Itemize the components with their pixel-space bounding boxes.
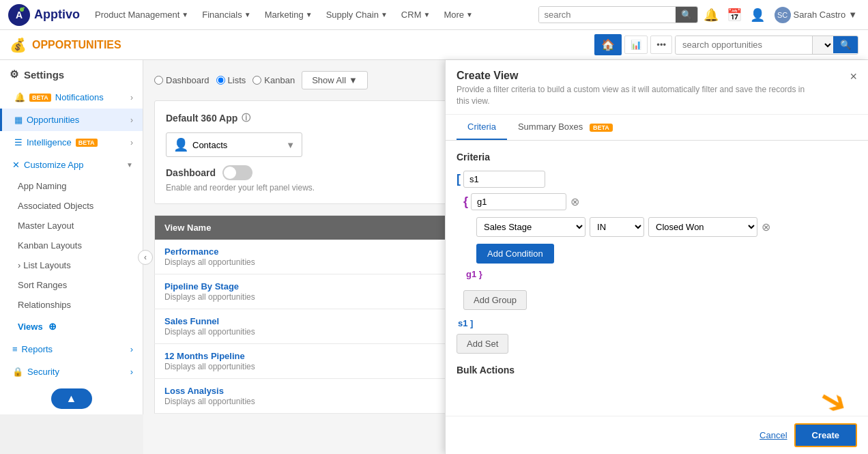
g1-input-row: ⊗ xyxy=(471,193,857,210)
panel-tabs: Criteria Summary Boxes BETA xyxy=(446,115,868,141)
nav-product-management[interactable]: Product Management ▼ xyxy=(89,7,194,23)
sidebar-subitem-views[interactable]: Views ⊕ xyxy=(0,315,143,338)
chevron-down-icon: ▼ xyxy=(381,11,388,18)
tab-summary-boxes[interactable]: Summary Boxes BETA xyxy=(507,115,624,140)
scroll-up-button[interactable]: ▲ xyxy=(51,388,92,409)
s1-open-bracket: [ xyxy=(457,172,461,186)
top-search-input[interactable] xyxy=(539,7,676,23)
sidebar-collapse-button[interactable]: ‹ xyxy=(138,250,153,265)
panel-body: Criteria [ { ⊗ xyxy=(446,141,868,416)
chart-nav-button[interactable]: 📊 xyxy=(624,36,648,54)
contacts-select[interactable]: 👤 Contacts ▼ xyxy=(166,132,302,157)
view-name-pipeline[interactable]: Pipeline By Stage xyxy=(164,281,239,292)
bell-icon: 🔔 xyxy=(14,92,25,102)
panel-close-button[interactable]: × xyxy=(850,70,857,84)
expand-icon: › xyxy=(18,260,20,270)
add-set-button[interactable]: Add Set xyxy=(457,334,508,354)
g1-group: { ⊗ Sales Stage IN xyxy=(463,193,857,264)
view-name-sales-funnel[interactable]: Sales Funnel xyxy=(164,316,219,326)
s1-content: { ⊗ Sales Stage IN xyxy=(463,171,857,315)
sidebar-subitem-sort-ranges[interactable]: Sort Ranges xyxy=(0,275,143,295)
chevron-down-icon: ▼ xyxy=(306,11,313,18)
top-search-button[interactable]: 🔍 xyxy=(676,7,697,23)
chevron-down-icon: ▼ xyxy=(466,11,473,18)
tab-criteria[interactable]: Criteria xyxy=(457,115,507,140)
g1-remove-button[interactable]: ⊗ xyxy=(570,195,579,208)
cancel-link[interactable]: Cancel xyxy=(760,430,787,440)
beta-badge: BETA xyxy=(29,94,51,102)
view-desc: Displays all opportunities xyxy=(164,292,255,302)
nav-financials[interactable]: Financials ▼ xyxy=(197,7,256,23)
nav-crm[interactable]: CRM ▼ xyxy=(396,7,436,23)
toggle-knob xyxy=(224,167,236,179)
notifications-label: Notifications xyxy=(55,92,104,102)
contacts-icon[interactable]: 👤 xyxy=(750,8,765,23)
view-desc: Displays all opportunities xyxy=(164,397,255,406)
opp-search-input[interactable] xyxy=(676,36,812,53)
opp-search-select[interactable] xyxy=(812,36,833,54)
view-desc: Displays all opportunities xyxy=(164,257,255,267)
view-name-12months[interactable]: 12 Months Pipeline xyxy=(164,351,245,361)
reports-icon: ≡ xyxy=(12,344,18,354)
nav-supply-chain[interactable]: Supply Chain ▼ xyxy=(321,7,393,23)
operator-select[interactable]: IN xyxy=(590,217,644,237)
opp-search-box: 🔍 xyxy=(675,36,858,55)
dashboard-label: Dashboard xyxy=(166,167,216,178)
dashboard-radio[interactable]: Dashboard xyxy=(154,75,209,85)
user-menu[interactable]: SC Sarah Castro ▼ xyxy=(770,4,861,26)
nav-marketing[interactable]: Marketing ▼ xyxy=(259,7,318,23)
sidebar-item-reports[interactable]: ≡ Reports › xyxy=(0,338,143,360)
condition-remove-button[interactable]: ⊗ xyxy=(762,221,770,233)
sidebar-item-opportunities[interactable]: ▦ Opportunities › xyxy=(0,109,143,131)
bell-icon[interactable]: 🔔 xyxy=(704,8,719,23)
list-icon: ☰ xyxy=(14,137,23,147)
show-all-button[interactable]: Show All ▼ xyxy=(302,71,368,89)
view-name-performance[interactable]: Performance xyxy=(164,246,218,257)
customize-icon: ✕ xyxy=(12,160,20,170)
field-select[interactable]: Sales Stage xyxy=(476,217,585,237)
sidebar-item-customize-app[interactable]: ✕ Customize App ▼ xyxy=(0,154,143,176)
nav-more[interactable]: More ▼ xyxy=(438,7,478,23)
value-select[interactable]: Closed Won xyxy=(648,217,757,237)
g1-input[interactable] xyxy=(471,193,566,210)
lists-radio[interactable]: Lists xyxy=(216,75,246,85)
plus-icon: ⊕ xyxy=(48,321,57,332)
app-logo[interactable]: A Apptivo xyxy=(7,3,80,27)
condition-row: Sales Stage IN Closed Won ⊗ xyxy=(471,217,857,237)
sidebar-subitem-associated-objects[interactable]: Associated Objects xyxy=(0,196,143,216)
s1-set: [ { ⊗ Sales Stage xyxy=(457,171,857,315)
sidebar-item-intelligence[interactable]: ☰ Intelligence BETA › xyxy=(0,131,143,154)
sidebar-subitem-list-layouts[interactable]: › List Layouts xyxy=(0,255,143,275)
grid-icon: ▦ xyxy=(14,115,23,125)
view-name-loss[interactable]: Loss Analysis xyxy=(164,386,224,396)
s1-input[interactable] xyxy=(463,171,545,188)
dashboard-toggle[interactable] xyxy=(222,165,252,180)
intelligence-label: Intelligence xyxy=(27,137,72,147)
create-button[interactable]: Create xyxy=(794,423,857,447)
panel-footer: Cancel Create xyxy=(446,416,868,454)
security-icon: 🔒 xyxy=(12,367,23,377)
add-condition-button[interactable]: Add Condition xyxy=(476,244,554,264)
sidebar: ⚙ Settings 🔔 BETA Notifications › ▦ Oppo… xyxy=(0,60,143,414)
more-nav-button[interactable]: ••• xyxy=(650,36,672,54)
sidebar-subitem-master-layout[interactable]: Master Layout xyxy=(0,216,143,236)
chevron-right-icon: › xyxy=(130,138,133,147)
home-nav-button[interactable]: 🏠 xyxy=(594,34,622,55)
criteria-section-title: Criteria xyxy=(457,152,857,162)
settings-title: ⚙ Settings xyxy=(0,60,143,86)
user-chevron-icon: ▼ xyxy=(848,10,857,20)
top-search-area: 🔍 🔔 📅 👤 SC Sarah Castro ▼ xyxy=(538,4,861,26)
sidebar-item-security[interactable]: 🔒 Security › xyxy=(0,360,143,383)
sidebar-subitem-relationships[interactable]: Relationships xyxy=(0,295,143,315)
calendar-icon[interactable]: 📅 xyxy=(727,8,742,23)
sidebar-subitem-kanban-layouts[interactable]: Kanban Layouts xyxy=(0,236,143,255)
sidebar-item-notifications[interactable]: 🔔 BETA Notifications › xyxy=(0,86,143,109)
top-search-box: 🔍 xyxy=(538,6,698,23)
sidebar-subitem-app-naming[interactable]: App Naming xyxy=(0,176,143,196)
kanban-radio[interactable]: Kanban xyxy=(252,75,295,85)
opp-search-button[interactable]: 🔍 xyxy=(833,36,858,53)
beta-badge: BETA xyxy=(590,124,613,132)
user-name: Sarah Castro xyxy=(794,10,846,20)
info-icon: ⓘ xyxy=(242,112,250,124)
add-group-button[interactable]: Add Group xyxy=(463,290,527,310)
